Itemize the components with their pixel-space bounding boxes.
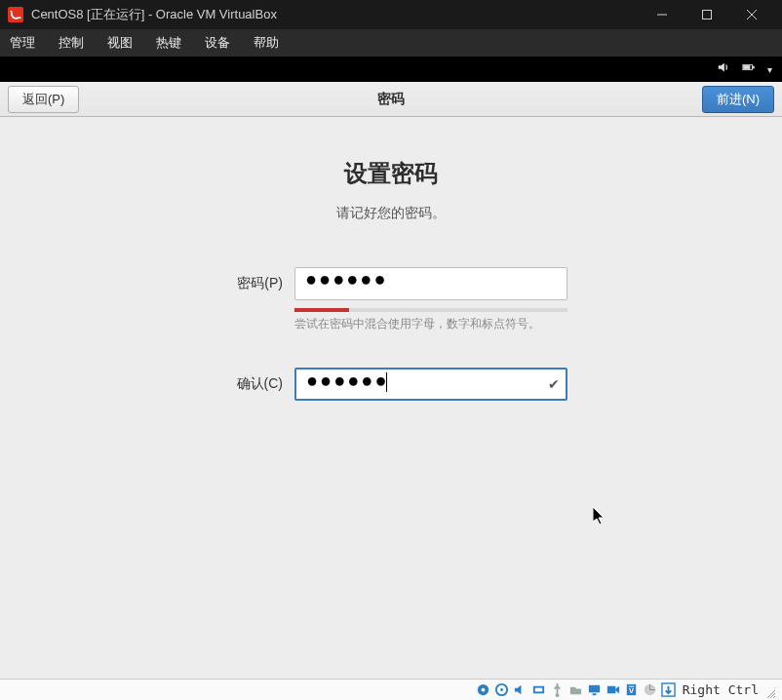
audio-icon[interactable] bbox=[513, 682, 528, 698]
optical-icon[interactable] bbox=[494, 682, 510, 698]
net-icon[interactable] bbox=[531, 682, 547, 698]
maximize-button[interactable] bbox=[684, 0, 729, 29]
battery-icon[interactable] bbox=[742, 60, 756, 78]
confirm-label: 确认(C) bbox=[215, 375, 283, 393]
gnome-top-bar: ▾ bbox=[0, 57, 782, 82]
password-input[interactable]: ●●●●●● bbox=[294, 267, 567, 300]
svg-rect-2 bbox=[753, 66, 755, 68]
headerbar-title: 密码 bbox=[79, 91, 702, 108]
svg-point-7 bbox=[500, 688, 503, 691]
display-icon[interactable] bbox=[587, 682, 603, 698]
vb-statusbar: V Right Ctrl bbox=[0, 679, 782, 700]
menu-hotkeys[interactable]: 热键 bbox=[156, 34, 181, 52]
menu-help[interactable]: 帮助 bbox=[254, 34, 279, 52]
usb-icon[interactable] bbox=[550, 682, 566, 698]
app-icon bbox=[8, 7, 23, 22]
svg-point-10 bbox=[556, 693, 560, 697]
confirm-input[interactable]: ●●●●●● bbox=[294, 368, 567, 401]
mouse-cursor bbox=[593, 507, 606, 530]
svg-rect-3 bbox=[744, 65, 750, 69]
shared-icon[interactable] bbox=[568, 682, 584, 698]
svg-point-5 bbox=[482, 688, 486, 692]
window-controls bbox=[640, 0, 774, 29]
confirm-row: 确认(C) ●●●●●● ✔ bbox=[215, 368, 567, 401]
menubar: 管理 控制 视图 热键 设备 帮助 bbox=[0, 29, 782, 57]
svg-rect-13 bbox=[607, 686, 615, 694]
forward-button[interactable]: 前进(N) bbox=[702, 86, 774, 113]
svg-rect-12 bbox=[593, 693, 597, 695]
window-title: CentOS8 [正在运行] - Oracle VM VirtualBox bbox=[31, 6, 640, 23]
svg-rect-11 bbox=[589, 685, 600, 693]
password-hint: 尝试在密码中混合使用字母，数字和标点符号。 bbox=[294, 316, 567, 332]
menu-view[interactable]: 视图 bbox=[107, 34, 133, 52]
page-subtitle: 请记好您的密码。 bbox=[0, 205, 782, 222]
hdd-icon[interactable] bbox=[476, 682, 491, 698]
confirm-value: ●●●●●● bbox=[306, 369, 388, 391]
page-content: 设置密码 请记好您的密码。 密码(P) ●●●●●● 尝试在密码中混合使用字母，… bbox=[0, 117, 782, 679]
text-caret bbox=[386, 372, 387, 392]
menu-devices[interactable]: 设备 bbox=[205, 34, 230, 52]
menu-control[interactable]: 控制 bbox=[59, 34, 84, 52]
window-titlebar: CentOS8 [正在运行] - Oracle VM VirtualBox bbox=[0, 0, 782, 29]
password-form: 密码(P) ●●●●●● 尝试在密码中混合使用字母，数字和标点符号。 确认(C)… bbox=[0, 267, 782, 401]
hostkey-icon[interactable] bbox=[661, 682, 677, 698]
vb-status-icons: V bbox=[476, 682, 677, 698]
svg-rect-9 bbox=[535, 688, 543, 692]
chevron-down-icon[interactable]: ▾ bbox=[767, 64, 772, 75]
clipboard-icon[interactable]: V bbox=[624, 682, 640, 698]
back-button[interactable]: 返回(P) bbox=[8, 86, 79, 113]
svg-rect-0 bbox=[703, 11, 712, 19]
check-icon: ✔ bbox=[548, 376, 560, 392]
mouse-integration-icon[interactable] bbox=[643, 682, 658, 698]
password-value: ●●●●●● bbox=[305, 268, 387, 290]
svg-text:V: V bbox=[629, 686, 634, 695]
password-label: 密码(P) bbox=[215, 275, 283, 292]
record-icon[interactable] bbox=[606, 682, 621, 698]
headerbar: 返回(P) 密码 前进(N) bbox=[0, 82, 782, 117]
page-heading: 设置密码 bbox=[0, 158, 782, 189]
password-row: 密码(P) ●●●●●● bbox=[215, 267, 567, 300]
host-key-label: Right Ctrl bbox=[683, 682, 759, 697]
minimize-button[interactable] bbox=[640, 0, 684, 29]
close-button[interactable] bbox=[729, 0, 774, 29]
menu-manage[interactable]: 管理 bbox=[10, 34, 35, 52]
sound-icon[interactable] bbox=[717, 60, 730, 78]
password-strength bbox=[294, 308, 567, 312]
resize-grip[interactable] bbox=[764, 687, 776, 699]
strength-weak-segment bbox=[294, 308, 349, 312]
